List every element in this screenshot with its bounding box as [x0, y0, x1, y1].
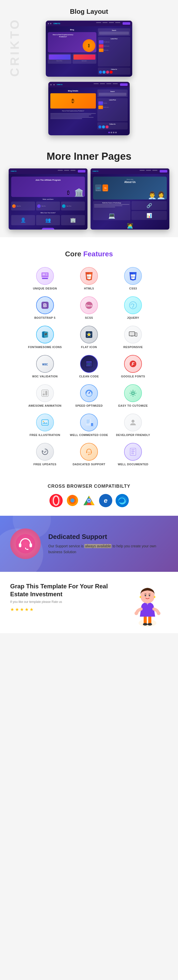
post-img: [99, 45, 104, 48]
nav-item: [146, 170, 151, 171]
latest-post-label: Latest Post: [99, 38, 129, 40]
blog-small-card: How to Find...: [48, 54, 71, 64]
edge-browser-icon: [115, 493, 130, 508]
feature-responsive: Responsive: [113, 326, 153, 348]
header-dot: [48, 23, 49, 24]
cta-subtext: If you like our template please Rate us: [10, 600, 122, 604]
affiliate-card: Step One: [11, 202, 35, 210]
documented-icon: [128, 447, 138, 457]
stat-badges: 2.1K Members 70k Security: [95, 185, 165, 191]
more-inner-pages-section: More Inner Pages CRIKTO Join The Affilia…: [0, 140, 178, 237]
dedicated-support-section: Dedicated Support Our Support service is…: [0, 516, 178, 572]
svg-rect-41: [87, 365, 90, 366]
headphone-image: [10, 528, 41, 559]
svg-rect-104: [19, 543, 21, 547]
feature-unique-design: Unique Design: [25, 267, 65, 290]
feature-text: Build the Future of Technology: [94, 202, 129, 204]
nav-mini: [94, 83, 128, 86]
about-right-col: 🔗 📊: [131, 201, 167, 220]
svg-rect-32: [131, 336, 133, 336]
stat-badge: 70k Security: [102, 185, 108, 191]
blog-screenshot-1: CRIKTO Blog How to Find Cryptocurrency P…: [46, 21, 132, 77]
youtube-icon: [110, 71, 113, 74]
html5-icon-circle: 5: [80, 267, 98, 285]
affiliate-cta: Get Started: [11, 228, 85, 229]
support-text: Dedicated Support Our Support service is…: [48, 533, 168, 555]
responsive-label: Responsive: [123, 345, 143, 348]
blog-section-label: Blog: [48, 28, 96, 31]
post-thumb: [98, 105, 103, 109]
post-img: [99, 40, 104, 44]
feature-flat-icon: Flat Icon: [69, 326, 108, 348]
feature-css3: 3 CSS3: [113, 267, 153, 290]
nav-items: [96, 22, 130, 25]
svg-rect-80: [91, 451, 92, 453]
nav-item: [140, 170, 145, 171]
blog-detail-hero: ₿: [50, 93, 96, 108]
feature-well-commented: Well Commented Code: [69, 414, 108, 436]
nav-item: [152, 170, 158, 171]
svg-point-75: [92, 426, 92, 426]
svg-rect-69: [87, 420, 90, 420]
feature-scss: Sass SCSS: [69, 296, 108, 319]
flat-icon-label: Flat Icon: [81, 345, 97, 348]
animation-icon: [40, 388, 50, 398]
customize-icon: [128, 388, 138, 398]
svg-point-120: [140, 596, 141, 598]
html5-icon: 5: [84, 271, 94, 281]
svg-text:e: e: [104, 496, 107, 504]
blog-small-cards: How to Find... Latest post...: [48, 54, 96, 64]
clean-code-icon: </>: [84, 359, 94, 369]
customize-icon-circle: [124, 384, 142, 402]
feature-speed: Speed Optimized: [69, 384, 108, 407]
svg-text:F: F: [132, 361, 135, 367]
text-line: [50, 118, 82, 119]
about-content: About crikto About Us 2.1K Members 70k S…: [91, 174, 169, 229]
svg-point-51: [87, 394, 87, 394]
latest-post-box: Latest Post Post title... Another post..…: [98, 98, 128, 121]
who-invite-label: Who Can You Invite?: [11, 212, 85, 213]
blog-hero-card: How to Find Cryptocurrency Problems? ₿: [48, 32, 96, 52]
logo-mini: CRIKTO: [57, 84, 63, 85]
affiliate-page-screenshot: CRIKTO Join The Affiliate Program 🏛️ ₿ R…: [9, 169, 87, 229]
svg-text:</>: </>: [87, 363, 91, 365]
cta-figure: [127, 582, 168, 623]
cta-button: [78, 170, 85, 172]
opera-icon: [49, 493, 63, 508]
pag-dot-active: [108, 132, 110, 133]
svg-point-117: [149, 595, 150, 596]
blog-layout-title: Blog Layout: [5, 8, 173, 16]
star-3: ★: [20, 607, 24, 612]
responsive-icon: [128, 330, 138, 339]
nav-item: [102, 22, 107, 23]
instagram-icon: [106, 71, 109, 74]
pag-dot: [113, 132, 115, 133]
latest-post: Latest Post: [98, 99, 127, 101]
updates-icon: [40, 447, 50, 457]
flat-icon-circle: [80, 326, 98, 344]
invite-card: 👤: [11, 215, 35, 225]
svg-text:🏴: 🏴: [44, 333, 47, 336]
cta-character-illustration: [127, 582, 168, 628]
text-lines: [50, 113, 96, 119]
illustration-icon: [40, 418, 50, 427]
search-label: Search: [99, 91, 126, 92]
svg-point-24: [133, 304, 134, 305]
updates-label: Free Updates: [33, 463, 57, 466]
feature-support: Dadicated Support: [69, 443, 108, 466]
svg-rect-106: [27, 549, 28, 550]
firefox-icon: [65, 493, 80, 508]
support-heading: Dedicated Support: [48, 533, 168, 541]
support-label: Dadicated Support: [73, 463, 106, 466]
feature-clean-code: </> Clean Code: [69, 355, 108, 378]
core-features-title: Core Features: [10, 250, 168, 258]
firefox-browser-icon: [65, 493, 80, 508]
post-thumb: [98, 102, 103, 105]
scss-icon: Sass: [84, 301, 94, 310]
pag-dot: [110, 132, 112, 133]
cta-btn[interactable]: Get Started: [42, 228, 54, 229]
nav-item: [71, 170, 76, 171]
css3-icon-circle: 3: [124, 267, 142, 285]
social-icons: [99, 71, 129, 74]
blog-detail-header: CRIKTO: [48, 82, 130, 88]
